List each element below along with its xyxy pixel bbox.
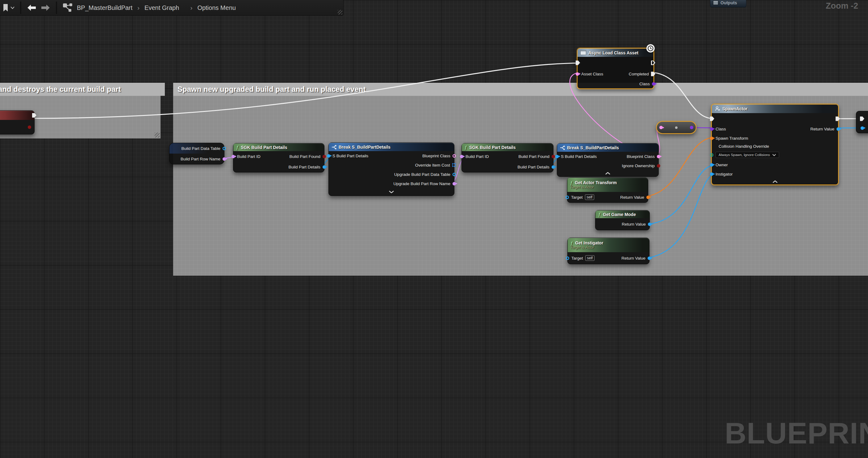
node-get-game-mode[interactable]: ƒ Get Game Mode Return Value: [595, 210, 650, 230]
graph-icon-button[interactable]: [60, 0, 75, 16]
toolbar-resize-handle[interactable]: [338, 10, 342, 15]
node-get-actor-transform[interactable]: ƒ Get Actor Transform Target is Actor Ta…: [567, 177, 648, 203]
instigator-pin[interactable]: [710, 172, 713, 176]
node-sgk1-title: SGK Build Part Details: [241, 145, 287, 150]
upgrade-data-table-pin[interactable]: [453, 173, 456, 176]
node-sgk-build-part-details-1[interactable]: ƒ SGK Build Part Details Build Part ID B…: [233, 143, 324, 172]
reroute-in-pin[interactable]: [659, 126, 663, 129]
node-sgk-build-part-details-2[interactable]: ƒ SGK Build Part Details Build Part ID B…: [462, 143, 554, 172]
breadcrumb-item-options-menu[interactable]: Options Menu: [195, 4, 238, 11]
blueprint-class-pin[interactable]: [453, 154, 456, 158]
expand-pins-button[interactable]: [329, 188, 454, 196]
class-out-pin[interactable]: [652, 82, 655, 86]
collision-enum-pin[interactable]: [710, 153, 713, 157]
struct-in-pin[interactable]: [555, 155, 559, 158]
target-pin[interactable]: [565, 196, 569, 199]
comment-spawn-header[interactable]: Spawn new upgraded build part and run pl…: [173, 83, 868, 96]
comment-destroy-header[interactable]: e and destroys the current build part: [0, 83, 165, 96]
owner-pin[interactable]: [710, 163, 713, 167]
zoom-level-indicator: Zoom -2: [803, 1, 858, 11]
ignore-ownership-pin[interactable]: [657, 164, 660, 168]
breadcrumb-item-event-graph[interactable]: Event Graph: [143, 4, 181, 11]
node-conversion-reroute[interactable]: [656, 121, 696, 134]
return-value-pin[interactable]: [646, 196, 650, 199]
comment-resize-handle[interactable]: [155, 133, 160, 138]
class-in-pin[interactable]: [710, 127, 713, 131]
return-value-pin[interactable]: [837, 127, 840, 131]
blueprint-class-pin[interactable]: [657, 155, 660, 158]
node-graph-icon: [63, 3, 72, 12]
arrow-left-icon: [27, 4, 36, 11]
node-sgk1-header: ƒ SGK Build Part Details: [234, 143, 324, 151]
target-pin[interactable]: [566, 257, 569, 260]
node-ggm-title: Get Game Mode: [603, 212, 636, 217]
function-icon: ƒ: [236, 145, 239, 150]
self-reference-box: self: [585, 194, 594, 200]
node-gi-title: Get Instigator: [575, 240, 603, 246]
back-button[interactable]: [24, 0, 39, 16]
tab-outputs[interactable]: Outputs: [710, 0, 746, 7]
comment-destroy-title: e and destroys the current build part: [0, 85, 121, 94]
node-async-title: Async Load Class Asset: [588, 50, 638, 55]
node-spawnactor-header: SpawnActor: [712, 105, 838, 113]
build-part-row-name-pin[interactable]: [222, 157, 226, 161]
chevron-up-icon: [773, 180, 778, 183]
chevron-down-icon: [772, 154, 776, 156]
build-part-details-pin[interactable]: [322, 165, 326, 169]
node-spawnactor-title: SpawnActor: [722, 106, 748, 111]
node-spawn-actor[interactable]: SpawnActor Class Return Value Spawn Tran…: [711, 104, 839, 185]
build-part-data-table-pin[interactable]: [222, 147, 226, 150]
breadcrumb-item-blueprint[interactable]: BP_MasterBuildPart: [75, 4, 134, 11]
collapse-pins-button[interactable]: [557, 170, 658, 176]
latent-clock-icon: [646, 44, 655, 53]
node-sgk2-header: ƒ SGK Build Part Details: [462, 143, 553, 151]
breadcrumb-separator: ›: [134, 4, 143, 11]
struct-in-pin[interactable]: [327, 154, 330, 158]
node-sgk2-title: SGK Build Part Details: [469, 145, 516, 150]
build-part-found-pin[interactable]: [552, 155, 555, 158]
function-icon: ƒ: [598, 212, 601, 217]
reroute-out-pin[interactable]: [690, 126, 693, 129]
function-icon: ƒ: [570, 180, 572, 185]
exec-in-pin[interactable]: [860, 116, 864, 121]
node-get-instigator[interactable]: ƒ Get Instigator Target is Actor Target …: [567, 238, 649, 264]
exec-in-pin[interactable]: [576, 61, 580, 65]
return-value-pin[interactable]: [648, 223, 651, 226]
collision-handling-dropdown[interactable]: Always Spawn, Ignore Collisions: [715, 152, 779, 158]
break-struct-icon: [560, 146, 565, 150]
node-async-load-class-asset[interactable]: Async Load Class Asset Asset Class Compl…: [577, 48, 654, 89]
reroute-dot-icon: [675, 126, 678, 129]
node-break-buildpartdetails-2[interactable]: Break S_BuildPartDetails S Build Part De…: [557, 143, 659, 177]
exec-out-pin[interactable]: [651, 61, 655, 65]
graph-toolbar: BP_MasterBuildPart › Event Graph › Optio…: [0, 0, 344, 16]
override-item-cost-map-pin[interactable]: [452, 163, 456, 167]
node-break1-header: Break S_BuildPartDetails: [329, 143, 454, 151]
node-offscreen-right[interactable]: [856, 111, 868, 133]
build-part-id-pin[interactable]: [231, 155, 235, 158]
chevron-down-icon: [10, 6, 14, 9]
breadcrumb-separator: ›: [181, 4, 195, 11]
node-build-part-variables[interactable]: Build Part Data Table Build Part Row Nam…: [169, 143, 224, 164]
toolbar-divider: [20, 2, 21, 14]
node-set-header: SET: [0, 111, 34, 120]
bool-pin[interactable]: [28, 125, 31, 129]
build-part-id-pin[interactable]: [460, 155, 463, 158]
completed-exec-pin[interactable]: [651, 72, 655, 76]
asset-class-pin[interactable]: [576, 72, 579, 76]
build-part-found-pin[interactable]: [322, 155, 326, 158]
node-set[interactable]: SET de ✓: [0, 110, 35, 135]
return-value-pin[interactable]: [648, 257, 651, 260]
self-reference-box: self: [585, 255, 595, 261]
node-break2-header: Break S_BuildPartDetails: [557, 143, 658, 152]
build-part-details-pin[interactable]: [552, 165, 555, 169]
forward-button[interactable]: [39, 0, 53, 16]
blueprint-graph-canvas[interactable]: BLUEPRINT e and destroys the current bui…: [0, 0, 868, 458]
bookmark-button[interactable]: [0, 0, 17, 16]
upgrade-row-name-pin[interactable]: [453, 182, 456, 185]
spawn-transform-pin[interactable]: [710, 137, 713, 140]
collapse-pins-button[interactable]: [712, 179, 838, 184]
exec-in-pin[interactable]: [710, 116, 714, 121]
node-break-buildpartdetails-1[interactable]: Break S_BuildPartDetails S Build Part De…: [329, 142, 454, 196]
object-in-pin[interactable]: [861, 126, 864, 130]
toolbar-divider: [56, 2, 57, 14]
